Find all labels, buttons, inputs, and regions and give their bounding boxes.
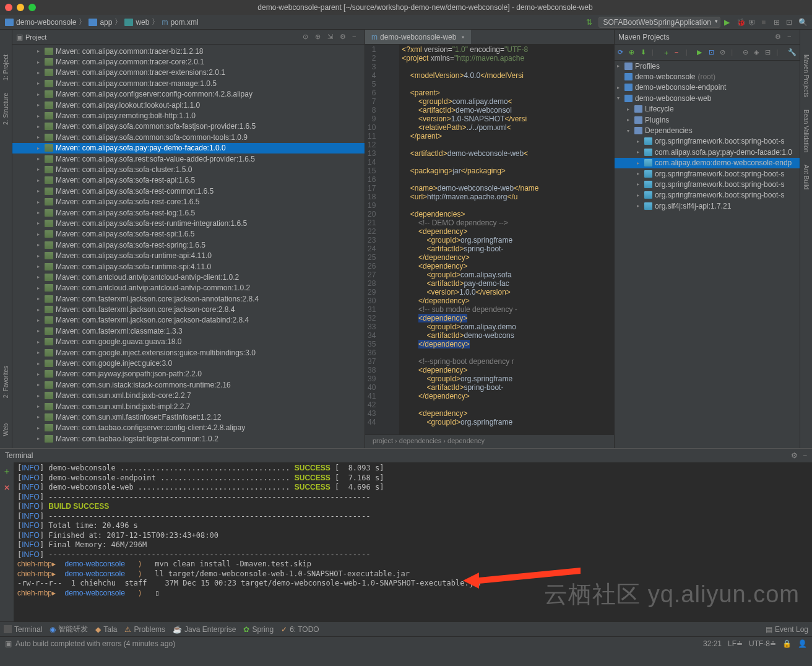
hide-icon[interactable]: −	[803, 451, 807, 460]
run-config-dropdown[interactable]: SOFABootWebSpringApplication	[598, 17, 720, 28]
tree-item[interactable]: ▸Maven: com.taobao.logstat:logstat-commo…	[12, 433, 365, 444]
sidebar-tab-favorites[interactable]: 2: Favorites	[2, 366, 9, 398]
maven-tree-item[interactable]: ▸demo-webconsole-endpoint	[615, 82, 800, 93]
add-icon[interactable]: ＋	[663, 48, 671, 57]
new-session-icon[interactable]: ＋	[2, 466, 11, 477]
tree-item[interactable]: ▸Maven: com.sun.istack:istack-commons-ru…	[12, 379, 365, 390]
tree-item[interactable]: ▸Maven: com.alipay.sofa.pay:pay-demo-fac…	[12, 143, 365, 154]
maven-tree-item[interactable]: ▸Profiles	[615, 61, 800, 71]
tab-dev[interactable]: ◉智能研发	[50, 624, 88, 634]
sidebar-tab-ant[interactable]: Ant Build	[803, 165, 810, 189]
tree-item[interactable]: ▸Maven: com.alipay.sofa:sofa-runtime-api…	[12, 250, 365, 261]
gear-icon[interactable]: ⚙	[775, 33, 784, 41]
download-icon[interactable]: ⬇	[641, 48, 649, 57]
maven-tree-item[interactable]: ▸org.springframework.boot:spring-boot-s	[615, 179, 800, 189]
target-icon[interactable]: ⊕	[315, 33, 324, 41]
tree-item[interactable]: ▸Maven: com.google.inject.extensions:gui…	[12, 347, 365, 358]
project-tree[interactable]: ▸Maven: com.alipay.common:tracer-biz:1.2…	[12, 45, 365, 445]
sync-icon[interactable]: ⇅	[586, 18, 595, 27]
maximize-icon[interactable]	[28, 4, 36, 11]
maven-tree-item[interactable]: ▸org.springframework.boot:spring-boot-s	[615, 190, 800, 201]
status-encoding[interactable]: UTF-8≐	[749, 639, 776, 648]
tree-item[interactable]: ▸Maven: com.alipay.sofa:sofa-runtime-spi…	[12, 261, 365, 272]
offline-icon[interactable]: ⊝	[743, 48, 751, 57]
tab-problems[interactable]: ⚠Problems	[124, 625, 165, 634]
tab-spring[interactable]: ✿Spring	[243, 625, 274, 634]
gear-icon[interactable]: ⚙	[340, 33, 348, 41]
hide-icon[interactable]: −	[352, 33, 361, 41]
tab-event-log[interactable]: ▤Event Log	[766, 625, 808, 634]
tree-item[interactable]: ▸Maven: com.google.guava:guava:18.0	[12, 337, 365, 347]
maven-tree-item[interactable]: ▸com.alipay.sofa.pay:pay-demo-facade:1.0	[615, 147, 800, 157]
minimize-icon[interactable]	[17, 4, 24, 11]
sidebar-tab-web[interactable]: Web	[2, 423, 9, 436]
collapse-icon[interactable]: ⊙	[303, 33, 311, 41]
maven-tree-item[interactable]: ▸org.springframework.boot:spring-boot-s	[615, 168, 800, 179]
maven-tree-item[interactable]: ▸Plugins	[615, 115, 800, 125]
inspect-icon[interactable]: 👤	[798, 639, 807, 648]
skip-tests-icon[interactable]: ⊘	[720, 48, 728, 57]
expand-icon[interactable]: ⇲	[327, 33, 336, 41]
editor-tab[interactable]: m demo-webconsole-web ×	[365, 30, 471, 44]
terminal-output[interactable]: [INFO] demo-webconsole .................…	[14, 462, 812, 621]
tree-item[interactable]: ▸Maven: com.antcloud.antvip:antcloud-ant…	[12, 272, 365, 282]
tree-item[interactable]: ▸Maven: com.jayway.jsonpath:json-path:2.…	[12, 369, 365, 379]
debug-icon[interactable]: 🐞	[736, 18, 745, 27]
hide-icon[interactable]: −	[787, 33, 796, 41]
maven-tree[interactable]: ▸Profiles demo-webconsole (root)▸demo-we…	[615, 61, 800, 448]
tree-item[interactable]: ▸Maven: com.sun.xml.fastinfoset:FastInfo…	[12, 412, 365, 422]
tree-item[interactable]: ▸Maven: com.alipay.sofa:sofa-rest-spring…	[12, 240, 365, 250]
generate-icon[interactable]: ⊕	[629, 48, 637, 57]
reimport-icon[interactable]: ⟳	[618, 48, 626, 57]
close-session-icon[interactable]: ✕	[4, 483, 10, 492]
tree-item[interactable]: ▸Maven: com.alipay.configserver:config-c…	[12, 89, 365, 100]
traffic-lights[interactable]	[5, 4, 36, 11]
breadcrumb[interactable]: demo-webconsole〉 app〉 web〉 m pom.xml	[5, 17, 199, 27]
tree-item[interactable]: ▸Maven: com.fasterxml.jackson.core:jacks…	[12, 304, 365, 314]
settings-icon[interactable]: 🔧	[788, 48, 797, 57]
maven-tree-item[interactable]: demo-webconsole (root)	[615, 71, 800, 82]
structure-icon[interactable]: ⊞	[774, 18, 782, 27]
tree-item[interactable]: ▸Maven: com.alipay.sofa:sofa-rest-runtim…	[12, 218, 365, 228]
run-icon[interactable]: ▶	[697, 48, 705, 57]
editor-breadcrumbs[interactable]: project › dependencies › dependency	[365, 435, 614, 448]
tab-todo[interactable]: ✓6: TODO	[281, 625, 319, 634]
maven-tree-item[interactable]: ▸org.springframework.boot:spring-boot-s	[615, 136, 800, 147]
tree-item[interactable]: ▸Maven: com.fasterxml:classmate:1.3.3	[12, 326, 365, 336]
run-icon[interactable]: ▶	[724, 18, 733, 27]
tree-item[interactable]: ▸Maven: com.alipay.sofa:sofa-cluster:1.5…	[12, 164, 365, 175]
tree-item[interactable]: ▸Maven: com.alipay.sofa.common:sofa-comm…	[12, 132, 365, 142]
collapse-all-icon[interactable]: ⊟	[765, 48, 773, 57]
maven-tree-item[interactable]: ▸org.slf4j:slf4j-api:1.7.21	[615, 201, 800, 211]
tree-item[interactable]: ▸Maven: com.alipay.common:tracer-manage:…	[12, 78, 365, 89]
tree-item[interactable]: ▸Maven: com.alipay.sofa:sofa-rest-api:1.…	[12, 175, 365, 186]
tree-item[interactable]: ▸Maven: com.alipay.sofa:sofa-rest-core:1…	[12, 196, 365, 207]
tree-item[interactable]: ▸Maven: com.alipay.sofa.rest:sofa-value-…	[12, 154, 365, 164]
graph-icon[interactable]: ◈	[754, 48, 762, 57]
tree-item[interactable]: ▸Maven: com.fasterxml.jackson.core:jacks…	[12, 293, 365, 304]
close-icon[interactable]	[5, 4, 12, 11]
tree-item[interactable]: ▸Maven: com.fasterxml.jackson.core:jacks…	[12, 315, 365, 326]
tab-tala[interactable]: ◆Tala	[95, 625, 117, 634]
settings-icon[interactable]: ⊡	[786, 18, 795, 27]
tree-item[interactable]: ▸Maven: com.alipay.sofa:sofa-rest-spi:1.…	[12, 229, 365, 240]
tree-item[interactable]: ▸Maven: com.alipay.remoting:bolt-http:1.…	[12, 110, 365, 121]
tree-item[interactable]: ▸Maven: com.alipay.common:tracer-extensi…	[12, 67, 365, 78]
tree-item[interactable]: ▸Maven: com.alipay.sofa:sofa-rest-log:1.…	[12, 207, 365, 218]
stop-icon[interactable]: ■	[761, 18, 770, 27]
tree-item[interactable]: ▸Maven: com.antcloud.antvip:antcloud-ant…	[12, 283, 365, 293]
tree-item[interactable]: ▸Maven: com.google.inject:guice:3.0	[12, 358, 365, 368]
maven-tree-item[interactable]: ▸Lifecycle	[615, 104, 800, 115]
tree-item[interactable]: ▸Maven: com.taobao.configserver:config-c…	[12, 423, 365, 433]
tree-item[interactable]: ▸Maven: com.sun.xml.bind:jaxb-impl:2.2.7	[12, 401, 365, 412]
coverage-icon[interactable]: ⛨	[749, 18, 758, 27]
tab-terminal[interactable]: Terminal	[4, 625, 42, 634]
maven-tree-item[interactable]: ▾Dependencies	[615, 125, 800, 136]
tree-item[interactable]: ▸Maven: com.alipay.common:tracer-core:2.…	[12, 56, 365, 67]
sidebar-tab-bean[interactable]: Bean Validation	[803, 110, 810, 152]
tree-item[interactable]: ▸Maven: com.alipay.sofa:sofa-rest-common…	[12, 186, 365, 196]
status-pos[interactable]: 32:21	[703, 639, 722, 648]
sidebar-tab-structure[interactable]: 2. Structure	[2, 93, 9, 125]
code-area[interactable]: <?xml version="1.0" encoding="UTF-8 <pro…	[399, 45, 614, 435]
remove-icon[interactable]: −	[675, 48, 683, 57]
